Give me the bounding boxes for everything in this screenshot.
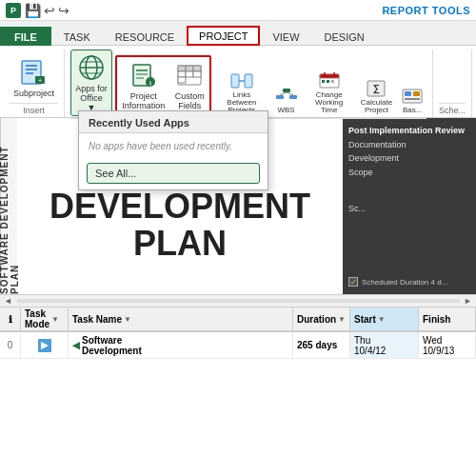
table-header: ℹ TaskMode ▼ Task Name ▼ Duration ▼ Star… — [0, 307, 476, 332]
svg-rect-25 — [231, 74, 239, 88]
schedule-group: Sche... — [433, 50, 472, 117]
project-information-icon: i — [129, 60, 159, 90]
calculate-project-button[interactable]: ∑ CalculateProject — [358, 77, 395, 116]
see-all-label: See All... — [95, 168, 136, 179]
th-finish-label: Finish — [423, 314, 450, 325]
app-icon: P — [6, 3, 21, 18]
tab-resource[interactable]: RESOURCE — [103, 27, 187, 46]
svg-rect-20 — [193, 66, 201, 71]
right-panel-item-2: Documentation — [348, 140, 470, 151]
scroll-track[interactable] — [16, 299, 460, 303]
right-panel: Post Implementation Review Documentation… — [343, 118, 476, 294]
undo-button[interactable]: ↩ — [44, 3, 55, 18]
svg-rect-3 — [26, 72, 33, 74]
apps-for-office-button[interactable]: Apps forOffice ▼ — [70, 50, 112, 116]
th-info[interactable]: ℹ — [0, 307, 21, 330]
svg-rect-45 — [405, 98, 420, 100]
right-panel-item-4: Scope — [348, 168, 470, 179]
red-outline-group: i ProjectInformation — [115, 55, 211, 116]
svg-rect-44 — [413, 91, 420, 96]
custom-fields-button[interactable]: CustomFields — [170, 58, 208, 113]
quick-access-toolbar: 💾 ↩ ↪ — [25, 3, 69, 18]
svg-line-31 — [280, 92, 287, 95]
custom-fields-label: CustomFields — [175, 92, 205, 111]
row-number: 0 — [8, 340, 13, 350]
change-working-time-button[interactable]: ChangeWorking Time — [304, 69, 355, 116]
svg-rect-39 — [331, 80, 334, 83]
apps-for-office-icon — [76, 52, 107, 83]
custom-fields-icon — [174, 60, 205, 90]
svg-rect-34 — [320, 74, 339, 78]
calculate-project-icon: ∑ — [365, 79, 387, 98]
th-start[interactable]: Start ▼ — [350, 307, 419, 330]
schedule-group-label: Sche... — [439, 103, 466, 117]
plan-title-line3: PLAN — [133, 224, 227, 263]
th-name-label: Task Name — [72, 314, 122, 325]
plan-title-line2: DEVELOPMENT — [50, 187, 310, 226]
subproject-button[interactable]: + Subproject — [10, 55, 58, 101]
apps-dropdown: Recently Used Apps No apps have been use… — [78, 110, 268, 190]
svg-line-32 — [287, 92, 293, 95]
td-start: Thu10/4/12 — [350, 332, 419, 358]
wbs-button[interactable]: WBS — [272, 85, 301, 116]
svg-rect-1 — [26, 65, 37, 67]
th-mode-arrow: ▼ — [51, 315, 59, 324]
svg-rect-24 — [178, 77, 186, 83]
redo-button[interactable]: ↪ — [58, 3, 69, 18]
horizontal-scrollbar[interactable]: ◄ ► — [0, 294, 476, 307]
svg-text:∑: ∑ — [373, 83, 380, 94]
svg-rect-43 — [405, 91, 411, 96]
svg-rect-23 — [193, 71, 201, 77]
th-start-label: Start — [354, 314, 376, 325]
th-duration-label: Duration — [297, 314, 336, 325]
insert-group: + Subproject Insert — [4, 50, 65, 117]
svg-rect-30 — [289, 95, 297, 99]
tab-view[interactable]: VIEW — [260, 27, 311, 46]
th-duration[interactable]: Duration ▼ — [293, 307, 350, 330]
tab-design[interactable]: DESIGN — [312, 27, 377, 46]
bas-icon — [401, 87, 424, 106]
th-finish[interactable]: Finish — [419, 307, 476, 330]
properties-group-content: Apps forOffice ▼ i Pro — [70, 50, 426, 118]
scroll-right-button[interactable]: ► — [464, 296, 472, 306]
tab-file[interactable]: FILE — [0, 27, 51, 46]
duration-value: 265 days — [297, 340, 337, 350]
th-mode[interactable]: TaskMode ▼ — [21, 307, 69, 330]
svg-rect-2 — [26, 69, 37, 70]
th-name[interactable]: Task Name ▼ — [69, 307, 293, 330]
svg-rect-22 — [186, 71, 193, 77]
svg-rect-37 — [322, 80, 325, 83]
bas-label: Bas... — [403, 107, 422, 114]
save-button[interactable]: 💾 — [25, 3, 41, 18]
th-mode-label: TaskMode — [25, 308, 50, 329]
subproject-label: Subproject — [13, 89, 54, 99]
wbs-icon — [275, 87, 298, 106]
properties-group: Apps forOffice ▼ i Pro — [65, 50, 433, 117]
info-icon: ℹ — [9, 314, 12, 325]
right-panel-item-5: Sc... — [348, 204, 470, 215]
scheduled-duration-checkbox[interactable] — [348, 277, 358, 287]
th-name-arrow: ▼ — [124, 315, 131, 324]
right-panel-item-3: Development — [348, 153, 470, 165]
td-row-num: 0 — [0, 332, 21, 358]
title-bar: P 💾 ↩ ↪ REPORT TOOLS — [0, 0, 476, 21]
tab-project[interactable]: PROJECT — [187, 26, 260, 46]
svg-text:i: i — [149, 79, 151, 86]
task-name-text: SoftwareDevelopment — [82, 335, 142, 356]
project-information-button[interactable]: i ProjectInformation — [118, 58, 169, 113]
right-panel-footer: Scheduled Duration 4 d... — [348, 277, 470, 287]
dropdown-empty-message: No apps have been used recently. — [79, 133, 268, 159]
svg-rect-26 — [245, 74, 252, 88]
title-bar-left: P 💾 ↩ ↪ — [6, 3, 69, 18]
td-task-name: ◀ SoftwareDevelopment — [69, 332, 293, 358]
svg-text:+: + — [38, 77, 42, 84]
svg-rect-19 — [186, 66, 193, 71]
links-between-projects-button[interactable]: Links BetweenProjects — [214, 69, 268, 116]
task-table: ℹ TaskMode ▼ Task Name ▼ Duration ▼ Star… — [0, 307, 476, 359]
scroll-left-button[interactable]: ◄ — [4, 296, 12, 306]
table-row[interactable]: 0 ◀ SoftwareDevelopment 265 days Thu10/4… — [0, 332, 476, 359]
svg-rect-21 — [178, 71, 186, 77]
see-all-button[interactable]: See All... — [87, 163, 260, 184]
bas-button[interactable]: Bas... — [398, 85, 426, 116]
tab-task[interactable]: TASK — [51, 27, 103, 46]
